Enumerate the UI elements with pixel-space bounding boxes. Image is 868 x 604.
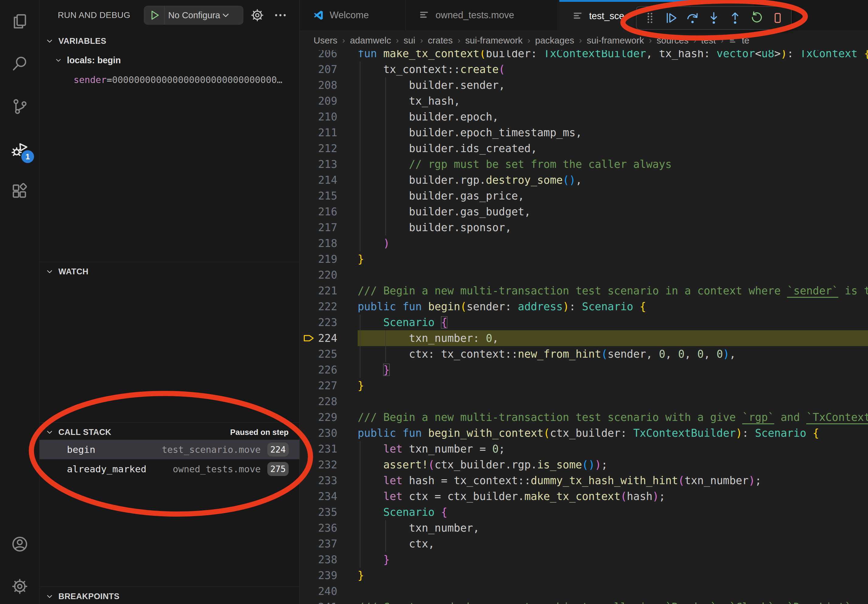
gutter[interactable]: 229 bbox=[300, 409, 358, 425]
settings-icon[interactable] bbox=[0, 568, 40, 604]
code-line[interactable]: 230public fun begin_with_context(ctx_bui… bbox=[300, 425, 868, 441]
code-line[interactable]: 239} bbox=[300, 567, 868, 583]
gutter[interactable]: 230 bbox=[300, 425, 358, 441]
code-line[interactable]: 232 assert!(ctx_builder.rgp.is_some()); bbox=[300, 457, 868, 472]
watch-section-header[interactable]: WATCH bbox=[40, 262, 299, 281]
gutter[interactable]: 238 bbox=[300, 552, 358, 567]
code-line[interactable]: 216 builder.gas_budget, bbox=[300, 204, 868, 220]
call-stack-section-header[interactable]: CALL STACK Paused on step bbox=[40, 423, 299, 441]
gutter[interactable]: 218 bbox=[300, 235, 358, 251]
code-line[interactable]: 225 ctx: tx_context::new_from_hint(sende… bbox=[300, 346, 868, 362]
code-line[interactable]: 240 bbox=[300, 583, 868, 599]
code-line[interactable]: 237 ctx, bbox=[300, 536, 868, 552]
code-line[interactable]: 209 tx_hash, bbox=[300, 93, 868, 109]
code-line[interactable]: 210 builder.epoch, bbox=[300, 109, 868, 125]
gutter[interactable]: 236 bbox=[300, 520, 358, 536]
breadcrumb-item[interactable]: sui bbox=[404, 35, 415, 46]
gutter[interactable]: 212 bbox=[300, 141, 358, 156]
code-line[interactable]: 236 txn_number, bbox=[300, 520, 868, 536]
restart-button[interactable] bbox=[749, 10, 764, 26]
gutter[interactable]: 214 bbox=[300, 172, 358, 188]
code-line[interactable]: 208 builder.sender, bbox=[300, 77, 868, 93]
step-over-button[interactable] bbox=[685, 10, 701, 26]
step-into-button[interactable] bbox=[706, 10, 722, 26]
gutter[interactable]: 232 bbox=[300, 457, 358, 472]
code-line[interactable]: 213 // rgp must be set from the caller a… bbox=[300, 156, 868, 172]
extensions-icon[interactable] bbox=[0, 173, 40, 209]
code-line[interactable]: 235 Scenario { bbox=[300, 504, 868, 520]
variables-section-header[interactable]: VARIABLES bbox=[40, 32, 299, 50]
tab-welcome[interactable]: Welcome bbox=[300, 0, 406, 30]
code-line[interactable]: 238 } bbox=[300, 552, 868, 567]
code-line[interactable]: 218 ) bbox=[300, 235, 868, 251]
gutter[interactable]: 207 bbox=[300, 62, 358, 77]
call-stack-frame[interactable]: already_markedowned_tests.move275 bbox=[40, 459, 299, 479]
gutter[interactable]: 241 bbox=[300, 599, 358, 604]
gutter[interactable]: 217 bbox=[300, 220, 358, 235]
breadcrumb-item[interactable]: packages bbox=[535, 35, 574, 46]
gutter[interactable]: 231 bbox=[300, 441, 358, 457]
code-line[interactable]: 226 } bbox=[300, 362, 868, 378]
gutter[interactable]: 213 bbox=[300, 156, 358, 172]
gutter[interactable]: 235 bbox=[300, 504, 358, 520]
start-debugging-icon[interactable] bbox=[148, 9, 161, 22]
more-actions-icon[interactable] bbox=[273, 8, 288, 23]
toolbar-drag-grip-icon[interactable] bbox=[642, 10, 658, 26]
code-line[interactable]: 234 let ctx = ctx_builder.make_tx_contex… bbox=[300, 488, 868, 504]
code-line[interactable]: 231 let txn_number = 0; bbox=[300, 441, 868, 457]
gutter[interactable]: 227 bbox=[300, 378, 358, 393]
breadcrumb-item[interactable]: adamwelc bbox=[350, 35, 391, 46]
gutter[interactable]: 233 bbox=[300, 472, 358, 488]
breadcrumb-item[interactable]: Users bbox=[313, 35, 337, 46]
step-out-button[interactable] bbox=[727, 10, 743, 26]
variables-scope-row[interactable]: locals: begin bbox=[40, 51, 299, 69]
call-stack-frame[interactable]: begintest_scenario.move224 bbox=[40, 440, 299, 459]
code-line[interactable]: 207 tx_context::create( bbox=[300, 62, 868, 77]
code-line[interactable]: 212 builder.ids_created, bbox=[300, 141, 868, 156]
stop-button[interactable] bbox=[770, 10, 786, 26]
gutter[interactable]: 223 bbox=[300, 314, 358, 330]
variable-row[interactable]: sender = 000000000000000000000000000000… bbox=[40, 71, 299, 89]
code-line[interactable]: 220 bbox=[300, 267, 868, 283]
gutter[interactable]: 215 bbox=[300, 188, 358, 204]
code-line[interactable]: 241/// Creates and shares system objects… bbox=[300, 599, 868, 604]
code-line[interactable]: 222public fun begin(sender: address): Sc… bbox=[300, 299, 868, 314]
run-and-debug-icon[interactable]: 1 bbox=[0, 131, 40, 167]
code-line[interactable]: 219} bbox=[300, 251, 868, 267]
code-line[interactable]: 214 builder.rgp.destroy_some(), bbox=[300, 172, 868, 188]
gutter[interactable]: 224 bbox=[300, 330, 358, 346]
code-line[interactable]: 215 builder.gas_price, bbox=[300, 188, 868, 204]
gutter[interactable]: 219 bbox=[300, 251, 358, 267]
source-control-icon[interactable] bbox=[0, 88, 40, 125]
gear-icon[interactable] bbox=[250, 8, 265, 23]
debug-config-dropdown[interactable]: No Configura bbox=[144, 6, 243, 25]
gutter[interactable]: 222 bbox=[300, 299, 358, 314]
code-line[interactable]: 224 txn_number: 0, bbox=[300, 330, 868, 346]
code-line[interactable]: 223 Scenario { bbox=[300, 314, 868, 330]
code-line[interactable]: 211 builder.epoch_timestamp_ms, bbox=[300, 125, 868, 141]
code-line[interactable]: 227} bbox=[300, 378, 868, 393]
gutter[interactable]: 228 bbox=[300, 393, 358, 409]
gutter[interactable]: 209 bbox=[300, 93, 358, 109]
code-line[interactable]: 228 bbox=[300, 393, 868, 409]
gutter[interactable]: 226 bbox=[300, 362, 358, 378]
gutter[interactable]: 225 bbox=[300, 346, 358, 362]
gutter[interactable]: 237 bbox=[300, 536, 358, 552]
gutter[interactable]: 240 bbox=[300, 583, 358, 599]
code-line[interactable]: 229/// Begin a new multi-transaction tes… bbox=[300, 409, 868, 425]
breadcrumb-file-item[interactable]: te bbox=[728, 35, 749, 46]
breadcrumb-item[interactable]: sui-framework bbox=[587, 35, 644, 46]
gutter[interactable]: 220 bbox=[300, 267, 358, 283]
gutter[interactable]: 234 bbox=[300, 488, 358, 504]
breakpoints-section-header[interactable]: BREAKPOINTS bbox=[40, 587, 299, 604]
gutter[interactable]: 239 bbox=[300, 567, 358, 583]
code-line[interactable]: 217 builder.sponsor, bbox=[300, 220, 868, 235]
gutter[interactable]: 208 bbox=[300, 77, 358, 93]
tab-owned-tests-move[interactable]: owned_tests.move bbox=[406, 0, 558, 30]
account-icon[interactable] bbox=[0, 526, 40, 562]
breadcrumb-item[interactable]: crates bbox=[428, 35, 453, 46]
code-line[interactable]: 221/// Begin a new multi-transaction tes… bbox=[300, 283, 868, 299]
breadcrumb-item[interactable]: sources bbox=[657, 35, 688, 46]
gutter[interactable]: 216 bbox=[300, 204, 358, 220]
continue-button[interactable] bbox=[663, 10, 679, 26]
